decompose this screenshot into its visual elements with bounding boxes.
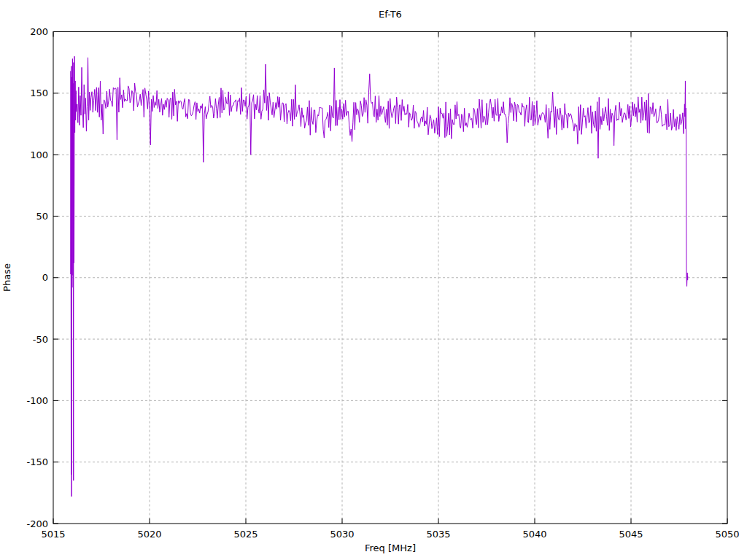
y-tick-label: 200 bbox=[30, 26, 48, 37]
y-tick-label: -50 bbox=[33, 334, 48, 345]
y-tick-label: 50 bbox=[36, 211, 48, 222]
y-tick-label: 100 bbox=[30, 149, 48, 160]
phase-plot-canvas: 50155020502550305035504050455050-200-150… bbox=[0, 0, 747, 560]
x-tick-label: 5040 bbox=[522, 529, 546, 540]
y-tick-label: -150 bbox=[26, 456, 48, 467]
phase-trace bbox=[71, 56, 688, 497]
y-tick-label: -100 bbox=[26, 395, 48, 406]
gnuplot-chart-window: Ef-T6 Phase 5015502050255030503550405045… bbox=[0, 0, 747, 560]
x-tick-label: 5020 bbox=[137, 529, 161, 540]
y-tick-label: 150 bbox=[30, 88, 48, 98]
x-tick-label: 5050 bbox=[715, 529, 739, 540]
y-tick-label: -200 bbox=[26, 518, 48, 529]
x-axis-label: Freq [MHz] bbox=[53, 542, 727, 553]
x-tick-label: 5025 bbox=[233, 529, 258, 540]
x-tick-label: 5045 bbox=[619, 529, 643, 540]
x-tick-label: 5015 bbox=[41, 529, 65, 540]
x-tick-label: 5030 bbox=[330, 529, 354, 540]
x-tick-label: 5035 bbox=[426, 529, 450, 540]
y-tick-label: 0 bbox=[42, 272, 48, 283]
